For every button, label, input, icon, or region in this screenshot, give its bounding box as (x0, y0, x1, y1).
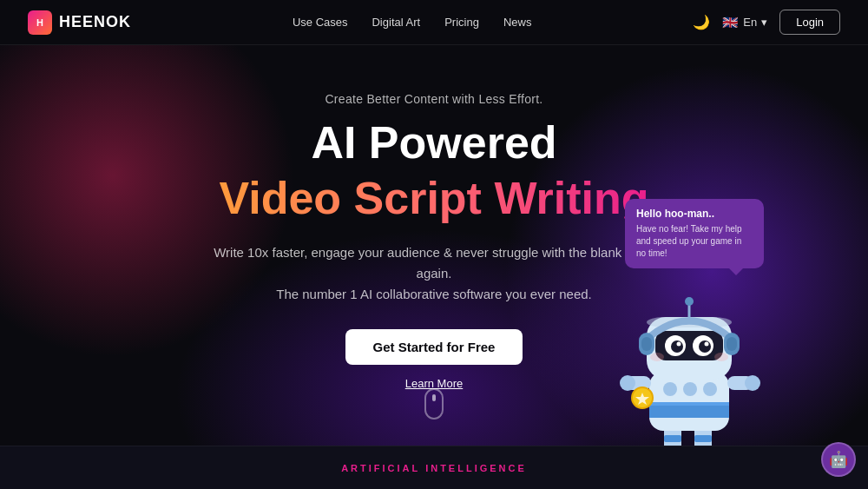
nav-link-news[interactable]: News (503, 16, 532, 29)
hero-description: Write 10x faster, engage your audience &… (208, 242, 660, 305)
scroll-indicator (424, 388, 444, 420)
hero-title-gradient: Video Script Writing (219, 171, 648, 225)
flag-icon: 🇬🇧 (722, 15, 739, 30)
hero-content: Create Better Content with Less Effort. … (208, 92, 660, 391)
navbar: H HEENOK Use Cases Digital Art Pricing N… (0, 0, 868, 45)
chat-float-button[interactable]: 🤖 (821, 442, 856, 477)
nav-link-digital-art[interactable]: Digital Art (372, 16, 420, 29)
svg-point-10 (663, 382, 677, 396)
lang-selector[interactable]: 🇬🇧 En ▾ (722, 15, 767, 30)
svg-point-34 (685, 297, 694, 306)
ai-label: ARTIFICIAL INTELLIGENCE (341, 463, 527, 473)
svg-point-25 (671, 340, 683, 353)
hero-description-line2: The number 1 AI collaborative software y… (276, 287, 592, 301)
svg-rect-6 (694, 435, 712, 442)
nav-links: Use Cases Digital Art Pricing News (293, 16, 531, 29)
svg-point-26 (699, 340, 711, 353)
chat-float-icon: 🤖 (829, 450, 848, 469)
robot-illustration (616, 281, 764, 463)
bubble-text: Have no fear! Take my help and speed up … (636, 223, 753, 260)
bubble-title: Hello hoo-man.. (636, 208, 753, 220)
svg-rect-9 (649, 402, 729, 406)
scroll-dot (432, 394, 436, 401)
svg-rect-7 (649, 372, 729, 431)
get-started-button[interactable]: Get Started for Free (345, 329, 523, 365)
nav-right: 🌙 🇬🇧 En ▾ Login (693, 10, 840, 35)
robot-area: Hello hoo-man.. Have no fear! Take my he… (616, 199, 764, 463)
logo-icon: H (28, 10, 52, 35)
hero-subtitle: Create Better Content with Less Effort. (325, 92, 542, 106)
nav-link-use-cases[interactable]: Use Cases (293, 16, 348, 29)
svg-point-28 (705, 342, 709, 347)
svg-point-12 (703, 382, 717, 396)
svg-point-35 (650, 353, 664, 361)
svg-rect-5 (664, 435, 681, 442)
svg-point-36 (714, 353, 728, 361)
svg-point-11 (683, 382, 697, 396)
dark-mode-icon[interactable]: 🌙 (693, 14, 710, 30)
bottom-section: ARTIFICIAL INTELLIGENCE (0, 446, 868, 489)
hero-title-white: AI Powered (311, 118, 556, 168)
logo-text: HEENOK (59, 13, 131, 31)
lang-label: En (743, 16, 757, 29)
hero-description-line1: Write 10x faster, engage your audience &… (214, 245, 654, 281)
login-button[interactable]: Login (779, 10, 840, 35)
svg-point-16 (745, 375, 760, 391)
svg-point-15 (620, 375, 635, 391)
logo-area: H HEENOK (28, 10, 131, 35)
speech-bubble: Hello hoo-man.. Have no fear! Take my he… (625, 199, 764, 268)
svg-point-27 (677, 342, 681, 347)
logo-icon-text: H (36, 17, 43, 28)
nav-link-pricing[interactable]: Pricing (444, 16, 479, 29)
chevron-down-icon: ▾ (761, 16, 767, 29)
hero-section: Create Better Content with Less Effort. … (0, 45, 868, 489)
svg-rect-31 (641, 337, 652, 351)
svg-rect-32 (727, 337, 737, 351)
